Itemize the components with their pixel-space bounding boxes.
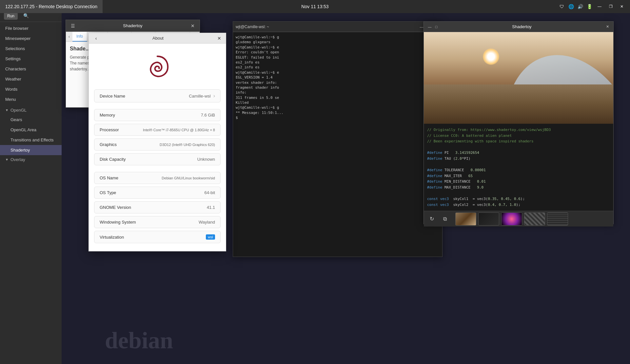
shadertoy-titlebar: ☰ Shadertoy ✕ — [66, 20, 200, 32]
opengl-group-header[interactable]: ▼ OpenGL — [0, 106, 62, 115]
shadertoy-right-titlebar: — □ Shadertoy ✕ — [424, 22, 613, 32]
shadertoy-copy-button[interactable]: ⧉ — [440, 214, 450, 224]
overlay-group-label: Overlay — [10, 157, 25, 162]
tray-volume-icon: 🔊 — [577, 3, 583, 10]
code-line: #define MAX_ITER 65 — [427, 173, 610, 179]
about-disk-label: Disk Capacity — [100, 157, 197, 162]
sidebar-item-transitions[interactable]: Transitions and Effects — [0, 135, 62, 145]
sidebar-item-settings[interactable]: Settings — [0, 54, 62, 64]
shadertoy-code-area: // Originally from: https://www.shaderto… — [424, 124, 613, 211]
about-processor-label: Processor — [100, 127, 143, 132]
code-line: #define MAX_DISTANCE 9.0 — [427, 185, 610, 191]
code-line: const vec3 skyCol2 = vec3(0.4, 0.7, 1.0)… — [427, 202, 610, 208]
about-memory-label: Memory — [100, 113, 201, 118]
about-os-type-value: 64-bit — [204, 190, 215, 195]
code-line: // Been experimenting with space inspire… — [427, 138, 610, 144]
about-os-name-row: OS Name Debian GNU/Linux bookworm/sid — [94, 172, 221, 184]
sidebar-item-file-browser[interactable]: File browser — [0, 23, 62, 33]
thumbnail-3[interactable] — [501, 212, 522, 226]
about-dialog: ‹ About ✕ Device Name Camille-wsl › Memo… — [89, 33, 226, 251]
about-processor-row: Processor Intel® Core™ i7-8565U CPU @ 1.… — [94, 124, 221, 136]
thumbnail-1[interactable] — [455, 212, 476, 226]
shadertoy-right-minimize[interactable]: — — [426, 24, 433, 30]
code-line: // Originally from: https://www.shaderto… — [427, 127, 610, 133]
sidebar-item-opengl-area[interactable]: OpenGL Area — [0, 125, 62, 135]
terminal-line: fragment shader info — [236, 85, 440, 90]
about-memory-value: 7.6 GiB — [201, 113, 215, 118]
tray-network-icon: 🌐 — [568, 3, 574, 10]
terminal-line: wjt@Camille-wsl:~$ g — [236, 105, 440, 110]
code-line: #define TOLERANCE 0.00001 — [427, 167, 610, 173]
about-info-section: Device Name Camille-wsl › Memory 7.6 GiB… — [89, 89, 226, 251]
run-button[interactable]: Run — [4, 12, 18, 20]
debian-logo-icon — [143, 53, 172, 83]
debian-watermark: debian — [105, 327, 173, 354]
terminal-line: 311 frames in 5.0 se — [236, 95, 440, 100]
about-back-button[interactable]: ‹ — [91, 34, 101, 43]
opengl-group-label: OpenGL — [10, 108, 27, 113]
taskbar-title: 122.20.177.25 - Remote Desktop Connectio… — [0, 0, 103, 13]
shadertoy-refresh-button[interactable]: ↻ — [426, 214, 437, 224]
tab-prev-button[interactable]: ‹ — [66, 32, 72, 42]
about-gnome-version-label: GNOME Version — [100, 205, 207, 210]
shadertoy-toolbar: ↻ ⧉ — [424, 211, 613, 227]
overlay-group-header[interactable]: ▼ Overlay — [0, 155, 62, 164]
shadertoy-right-body: // Originally from: https://www.shaderto… — [424, 32, 613, 211]
shadertoy-menu-button[interactable]: ☰ — [69, 22, 77, 30]
terminal-window: wjt@Camille-wsl: ~ — □ ✕ wjt@Camille-wsl… — [233, 21, 443, 257]
shadertoy-window-title: Shadertoy — [77, 23, 188, 28]
sidebar-item-gears[interactable]: Gears — [0, 115, 62, 125]
sidebar-item-selections[interactable]: Selections — [0, 44, 62, 54]
terminal-title: wjt@Camille-wsl: ~ — [236, 25, 418, 29]
horizon-shape — [424, 84, 613, 124]
about-os-type-row: OS Type 64-bit — [94, 187, 221, 199]
thumbnail-5[interactable] — [547, 212, 568, 226]
sidebar-item-menu[interactable]: Menu — [0, 94, 62, 104]
windows-taskbar: 122.20.177.25 - Remote Desktop Connectio… — [0, 0, 630, 13]
about-windowing-value: Wayland — [199, 220, 215, 225]
about-device-name-row[interactable]: Device Name Camille-wsl › — [94, 89, 221, 102]
about-virt-row: Virtualization wsl — [94, 231, 221, 243]
about-virt-label: Virtualization — [100, 235, 206, 240]
about-graphics-label: Graphics — [100, 142, 160, 147]
taskbar-left: 122.20.177.25 - Remote Desktop Connectio… — [0, 0, 103, 13]
shadertoy-preview — [424, 32, 613, 124]
about-processor-value: Intel® Core™ i7-8565U CPU @ 1.80GHz × 8 — [143, 128, 215, 132]
thumbnail-2[interactable] — [478, 212, 499, 226]
about-graphics-row: Graphics D3D12 (Intel® UHD Graphics 620) — [94, 138, 221, 151]
terminal-prompt: $ — [236, 115, 440, 120]
shadertoy-right-maximize[interactable]: □ — [433, 24, 440, 30]
terminal-line: glxdemo glxgears — [236, 40, 440, 45]
sidebar-item-minesweeper[interactable]: Minesweeper — [0, 33, 62, 44]
sidebar-item-characters[interactable]: Characters — [0, 64, 62, 74]
sidebar-item-weather[interactable]: Weather — [0, 74, 62, 84]
sidebar-item-shadertoy[interactable]: Shadertoy — [0, 145, 62, 155]
terminal-titlebar: wjt@Camille-wsl: ~ — □ ✕ — [233, 22, 442, 32]
about-virt-badge: wsl — [206, 234, 215, 240]
code-line — [427, 144, 610, 150]
sidebar-item-words[interactable]: Words — [0, 84, 62, 94]
tray-shield-icon: 🛡 — [559, 3, 565, 10]
shadertoy-close-button[interactable]: ✕ — [188, 22, 197, 30]
sidebar-main-items: File browser Minesweeper Selections Sett… — [0, 22, 62, 106]
code-line: #define PI 3.141592654 — [427, 150, 610, 156]
about-titlebar: ‹ About ✕ — [89, 33, 226, 44]
shadertoy-right-close[interactable]: ✕ — [604, 24, 611, 30]
about-close-button[interactable]: ✕ — [215, 34, 223, 42]
sun-shape — [483, 48, 499, 65]
about-windowing-row: Windowing System Wayland — [94, 216, 221, 228]
terminal-line: info: — [236, 90, 440, 95]
code-line: #define TAU (2.0*PI) — [427, 156, 610, 162]
tab-info[interactable]: Info — [72, 32, 87, 42]
taskbar-minimize-button[interactable]: — — [595, 3, 604, 10]
shadertoy-right-window: — □ Shadertoy ✕ // Originally from: http… — [423, 21, 614, 224]
taskbar-close-button[interactable]: ✕ — [618, 3, 626, 10]
taskbar-restore-button[interactable]: ❐ — [606, 3, 615, 10]
opengl-items: Gears OpenGL Area Transitions and Effect… — [0, 115, 62, 155]
about-logo-area — [89, 44, 226, 89]
overlay-collapse-arrow: ▼ — [5, 158, 9, 161]
code-line: const vec3 skyCol1 = vec3(0.35, 0.45, 0.… — [427, 196, 610, 202]
taskbar-center: Nov 11 13:53 — [301, 4, 328, 9]
about-os-name-label: OS Name — [100, 175, 162, 180]
thumbnail-4[interactable] — [524, 212, 545, 226]
